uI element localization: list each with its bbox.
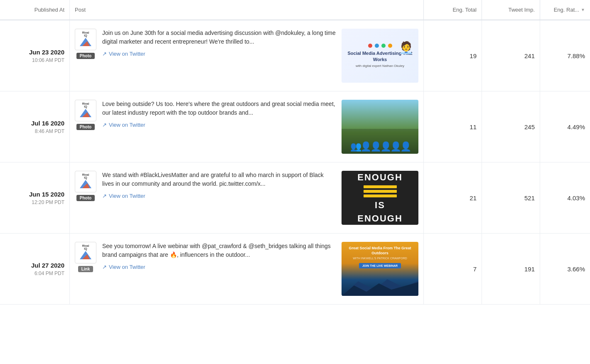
tweet-imp-value: 521 [524, 194, 535, 202]
cell-eng-total: 7 [424, 234, 482, 304]
post-badge: Photo [76, 124, 95, 130]
cell-eng-rat: 4.03% [540, 162, 590, 233]
cell-tweet-imp: 521 [482, 162, 540, 233]
avatar-wrap: RivalIQ Photo [75, 171, 96, 201]
cell-eng-total: 21 [424, 162, 482, 233]
eng-total-value: 11 [470, 123, 477, 130]
cell-published: Jun 23 2020 10:06 AM PDT [0, 20, 70, 91]
cell-published: Jul 16 2020 8:46 AM PDT [0, 91, 70, 162]
post-badge: Link [78, 266, 93, 272]
cell-published: Jul 27 2020 6:04 PM PDT [0, 234, 70, 304]
table-row: Jun 23 2020 10:06 AM PDT RivalIQ Photo J… [0, 20, 590, 91]
rival-iq-logo: RivalIQ [79, 173, 92, 190]
post-badge: Photo [76, 195, 95, 201]
post-image: 👥👤👤👤👤👤 [342, 100, 418, 154]
post-text: See you tomorrow! A live webinar with @p… [102, 242, 336, 259]
cell-eng-total: 19 [424, 20, 482, 91]
cell-post: RivalIQ Photo Join us on June 30th for a… [70, 20, 424, 91]
date-time: 10:06 AM PDT [32, 57, 64, 63]
rival-iq-icon [79, 37, 92, 48]
eng-total-value: 19 [470, 52, 477, 59]
avatar: RivalIQ [75, 29, 96, 50]
cell-published: Jun 15 2020 12:20 PM PDT [0, 162, 70, 233]
post-content: Love being outside? Us too. Here's where… [102, 100, 336, 128]
view-on-twitter-link[interactable]: ↗ View on Twitter [102, 51, 145, 57]
sort-icon[interactable]: ▼ [581, 7, 585, 12]
post-badge: Photo [76, 53, 95, 59]
post-text: Join us on June 30th for a social media … [102, 29, 336, 46]
cell-tweet-imp: 241 [482, 20, 540, 91]
view-on-twitter-link[interactable]: ↗ View on Twitter [102, 264, 145, 270]
avatar-wrap: RivalIQ Photo [75, 29, 96, 59]
date-time: 6:04 PM PDT [34, 271, 64, 276]
external-link-icon: ↗ [102, 264, 107, 270]
rival-iq-logo: RivalIQ [79, 102, 92, 119]
cell-eng-rat: 4.49% [540, 91, 590, 162]
external-link-icon: ↗ [102, 51, 107, 57]
table-header: Published At Post Eng. Total Tweet Imp. … [0, 0, 590, 20]
table-row: Jul 16 2020 8:46 AM PDT RivalIQ Photo Lo… [0, 91, 590, 162]
cell-post: RivalIQ Link See you tomorrow! A live we… [70, 234, 424, 304]
date-time: 12:20 PM PDT [32, 199, 64, 205]
header-eng-total: Eng. Total [424, 0, 482, 20]
external-link-icon: ↗ [102, 122, 107, 128]
external-link-icon: ↗ [102, 193, 107, 199]
view-on-twitter-link[interactable]: ↗ View on Twitter [102, 193, 145, 199]
post-image: ENOUGH IS ENOUGH [342, 171, 418, 225]
cell-eng-total: 11 [424, 91, 482, 162]
post-content: We stand with #BlackLivesMatter and are … [102, 171, 336, 199]
cell-post: RivalIQ Photo We stand with #BlackLivesM… [70, 162, 424, 233]
eng-total-value: 7 [473, 266, 477, 273]
header-published: Published At [0, 0, 70, 20]
view-on-twitter-link[interactable]: ↗ View on Twitter [102, 122, 145, 128]
post-content: Join us on June 30th for a social media … [102, 29, 336, 57]
tweet-imp-value: 241 [524, 52, 535, 59]
rival-iq-logo: RivalIQ [79, 31, 92, 48]
cell-tweet-imp: 245 [482, 91, 540, 162]
header-tweet-imp: Tweet Imp. [482, 0, 540, 20]
posts-table: Published At Post Eng. Total Tweet Imp. … [0, 0, 590, 305]
eng-rat-value: 7.88% [567, 52, 585, 59]
eng-rat-value: 3.66% [567, 266, 585, 273]
date-main: Jul 16 2020 [31, 119, 64, 128]
rival-iq-icon [79, 108, 92, 119]
date-main: Jun 23 2020 [29, 48, 64, 57]
date-main: Jun 15 2020 [29, 190, 64, 199]
post-image: Social Media Advertising That Works with… [342, 29, 418, 83]
cell-eng-rat: 7.88% [540, 20, 590, 91]
rival-iq-logo: RivalIQ [79, 244, 92, 261]
avatar: RivalIQ [75, 171, 96, 192]
rival-iq-icon [79, 179, 92, 190]
date-time: 8:46 AM PDT [35, 128, 64, 134]
table-body: Jun 23 2020 10:06 AM PDT RivalIQ Photo J… [0, 20, 590, 305]
post-image: Great Social Media From The Great Outdoo… [342, 242, 418, 296]
header-eng-rat: Eng. Rat... ▼ [540, 0, 590, 20]
date-main: Jul 27 2020 [31, 261, 64, 270]
post-text: Love being outside? Us too. Here's where… [102, 100, 336, 117]
header-post: Post [70, 0, 424, 20]
cell-tweet-imp: 191 [482, 234, 540, 304]
cell-eng-rat: 3.66% [540, 234, 590, 304]
eng-rat-value: 4.49% [567, 123, 585, 130]
tweet-imp-value: 191 [524, 266, 535, 273]
tweet-imp-value: 245 [524, 123, 535, 130]
svg-marker-9 [342, 282, 418, 296]
cell-post: RivalIQ Photo Love being outside? Us too… [70, 91, 424, 162]
avatar-wrap: RivalIQ Photo [75, 100, 96, 130]
mountain-svg [342, 277, 418, 296]
avatar: RivalIQ [75, 242, 96, 263]
avatar-wrap: RivalIQ Link [75, 242, 96, 272]
post-text: We stand with #BlackLivesMatter and are … [102, 171, 336, 188]
table-row: Jul 27 2020 6:04 PM PDT RivalIQ Link See… [0, 234, 590, 305]
avatar: RivalIQ [75, 100, 96, 121]
post-content: See you tomorrow! A live webinar with @p… [102, 242, 336, 270]
rival-iq-icon [79, 250, 92, 261]
eng-total-value: 21 [470, 194, 477, 202]
table-row: Jun 15 2020 12:20 PM PDT RivalIQ Photo W… [0, 162, 590, 234]
eng-rat-value: 4.03% [567, 194, 585, 202]
